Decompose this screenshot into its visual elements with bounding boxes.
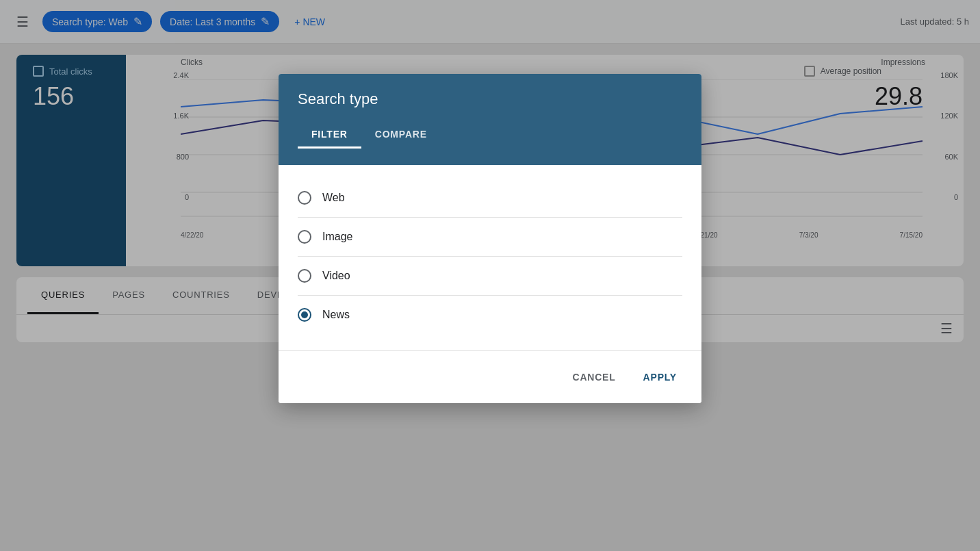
radio-web[interactable] [298, 191, 311, 205]
modal-tab-compare[interactable]: COMPARE [361, 122, 441, 149]
modal-header: Search type FILTER COMPARE [279, 74, 701, 165]
divider-1 [298, 217, 682, 218]
option-video[interactable]: Video [298, 259, 682, 292]
modal-overlay: Search type FILTER COMPARE Web Image [0, 0, 980, 551]
footer-divider [279, 350, 701, 351]
radio-video[interactable] [298, 269, 311, 283]
option-image[interactable]: Image [298, 220, 682, 253]
divider-3 [298, 295, 682, 296]
option-video-label: Video [322, 270, 350, 282]
divider-2 [298, 256, 682, 257]
modal-title: Search type [298, 90, 682, 108]
apply-button[interactable]: APPLY [632, 365, 688, 389]
modal-tab-filter[interactable]: FILTER [298, 122, 361, 149]
cancel-button[interactable]: CANCEL [561, 365, 626, 389]
modal-body: Web Image Video News [279, 165, 701, 348]
search-type-modal: Search type FILTER COMPARE Web Image [279, 74, 701, 403]
option-news-label: News [322, 309, 350, 321]
radio-image[interactable] [298, 230, 311, 244]
option-web-label: Web [322, 192, 345, 204]
option-web[interactable]: Web [298, 181, 682, 214]
modal-footer: CANCEL APPLY [279, 354, 701, 403]
option-news[interactable]: News [298, 298, 682, 331]
option-image-label: Image [322, 231, 352, 243]
radio-news[interactable] [298, 308, 311, 322]
modal-tabs: FILTER COMPARE [298, 122, 682, 149]
